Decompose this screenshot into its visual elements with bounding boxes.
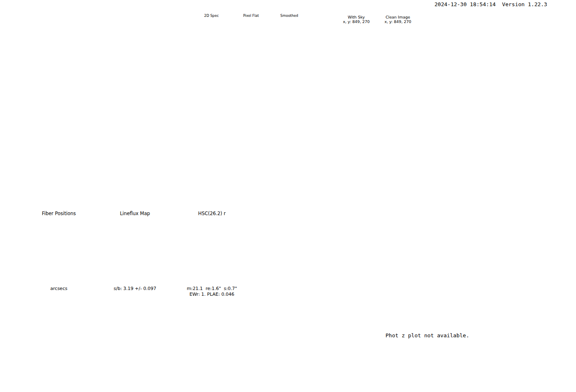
spec2d-header-pixelflat: Pixel Flat: [235, 14, 267, 18]
with-sky-title: With Sky: [336, 15, 377, 19]
clean-image-coords: x, y: 849, 270: [377, 19, 418, 24]
fiber-positions-title: Fiber Positions: [28, 211, 90, 216]
hsc-caption-2: EWr: 1. PLAE: 0.046: [173, 292, 251, 297]
timestamp-version: 2024-12-30 18:54:14 Version 1.22.3: [434, 1, 547, 8]
with-sky-coords: x, y: 849, 270: [336, 19, 377, 24]
hsc-caption-1: m:21.1 re:1.6" s:0.7": [173, 286, 251, 291]
photz-notice: Phot z plot not available.: [386, 332, 469, 339]
spec2d-header-smoothed: Smoothed: [273, 14, 306, 18]
elixer-report: 2024-12-30 18:54:14 Version 1.22.3 2D Sp…: [0, 0, 576, 392]
spec2d-header-2dspec: 2D Spec: [195, 14, 228, 18]
clean-image-title: Clean Image: [377, 15, 418, 19]
lineflux-map-title: Lineflux Map: [104, 211, 166, 216]
hsc-r-title: HSC(26.2) r: [181, 211, 243, 216]
fiber-xlabel: arcsecs: [28, 286, 90, 291]
lineflux-caption: s/b: 3.19 +/- 0.097: [98, 286, 172, 291]
